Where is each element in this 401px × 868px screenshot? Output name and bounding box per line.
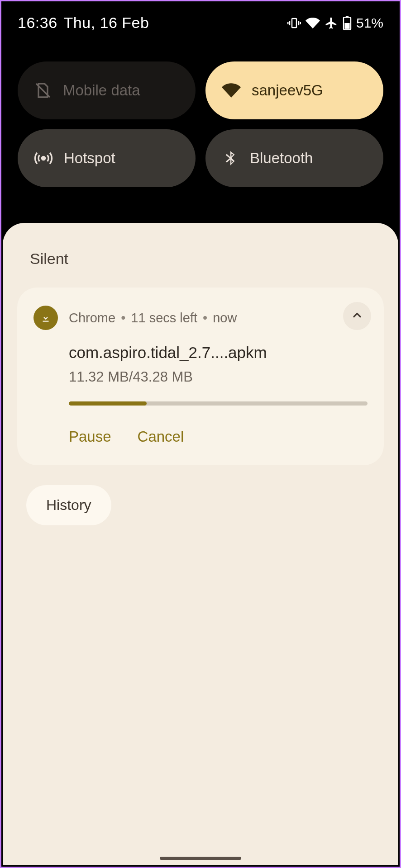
bluetooth-icon [222,150,239,167]
svg-rect-10 [43,321,49,322]
svg-point-9 [42,157,45,160]
section-silent-label: Silent [17,250,384,268]
tile-bluetooth[interactable]: Bluetooth [205,129,383,187]
pause-button[interactable]: Pause [69,428,111,445]
download-filename: com.aspiro.tidal_2.7....apkm [69,344,368,362]
svg-rect-7 [344,23,349,29]
vibrate-icon [287,16,301,30]
tile-label: sanjeev5G [252,82,323,99]
tile-mobile-data[interactable]: Mobile data [18,61,196,119]
chevron-up-icon [351,309,363,323]
airplane-icon [325,16,338,30]
tile-label: Mobile data [63,82,140,99]
notification-shade: Silent Chrome • 11 secs left • now [3,223,398,865]
progress-bar [69,401,368,406]
tile-wifi[interactable]: sanjeev5G [205,61,383,119]
battery-percent: 51% [356,15,383,31]
download-size: 11.32 MB/43.28 MB [69,369,368,385]
download-app-icon [33,306,58,330]
progress-fill [69,401,147,406]
svg-rect-0 [292,19,296,28]
status-date: Thu, 16 Feb [64,14,149,32]
notification-header: Chrome • 11 secs left • now [33,306,368,330]
collapse-button[interactable] [343,302,371,330]
status-left: 16:36 Thu, 16 Feb [18,14,149,32]
when: now [213,311,237,326]
status-bar: 16:36 Thu, 16 Feb 51% [1,1,400,40]
notification-body: com.aspiro.tidal_2.7....apkm 11.32 MB/43… [33,344,368,445]
battery-icon [343,16,352,30]
notification-meta: Chrome • 11 secs left • now [69,311,237,326]
separator-dot: • [121,311,125,326]
notification-actions: Pause Cancel [69,428,368,445]
tile-hotspot[interactable]: Hotspot [18,129,196,187]
quick-tiles: Mobile data sanjeev5G Hotspot Bluetooth [1,40,400,205]
status-time: 16:36 [18,14,57,32]
time-left: 11 secs left [131,311,197,326]
separator-dot: • [203,311,207,326]
gesture-nav-bar[interactable] [160,857,241,860]
app-name: Chrome [69,311,115,326]
wifi-icon [222,81,241,100]
history-chip[interactable]: History [26,485,111,525]
wifi-status-icon [306,16,320,30]
tile-label: Hotspot [64,150,115,167]
download-notification[interactable]: Chrome • 11 secs left • now com.aspiro.t… [17,288,384,465]
status-right: 51% [287,15,383,31]
cancel-button[interactable]: Cancel [138,428,184,445]
hotspot-icon [34,149,53,168]
sim-off-icon [34,81,52,99]
tile-label: Bluetooth [250,150,313,167]
